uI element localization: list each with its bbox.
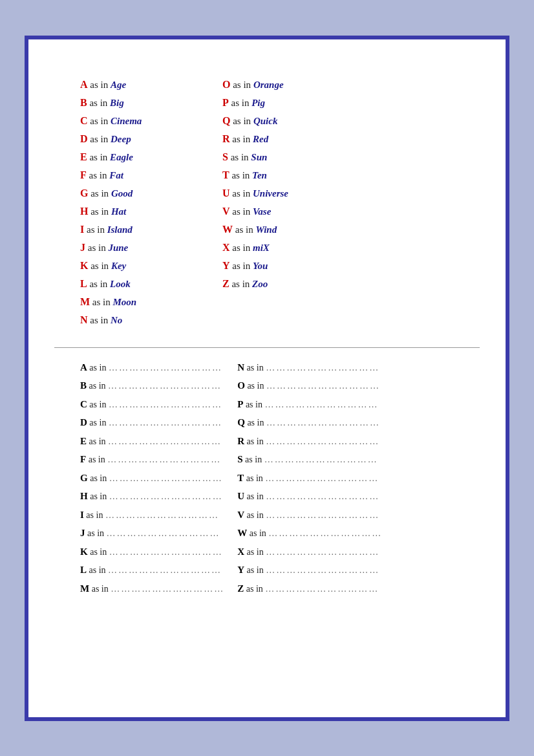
fill-item: P as in ……………………………	[237, 396, 382, 413]
fill-section: A as in ……………………………B as in ……………………………C …	[80, 360, 480, 598]
fill-item: V as in ……………………………	[237, 507, 382, 524]
alpha-item: W as in Wind	[222, 222, 352, 237]
alpha-item: U as in Universe	[222, 186, 352, 201]
alpha-item: P as in Pig	[222, 95, 352, 111]
fill-item: Y as in ……………………………	[237, 562, 382, 579]
alpha-item: E as in Eagle	[80, 149, 209, 165]
fill-item: J as in ……………………………	[80, 525, 224, 542]
alpha-item: S as in Sun	[222, 149, 352, 165]
alpha-item: L as in Look	[80, 276, 209, 292]
alpha-item: F as in Fat	[80, 167, 209, 183]
alpha-item: C as in Cinema	[80, 113, 209, 129]
fill-left-column: A as in ……………………………B as in ……………………………C …	[80, 360, 224, 598]
alpha-item: B as in Big	[80, 95, 209, 111]
alpha-item: T as in Ten	[222, 167, 352, 183]
alphabet-right-column: O as in OrangeP as in PigQ as in QuickR …	[222, 77, 352, 328]
alpha-item: K as in Key	[80, 258, 209, 274]
alpha-item: H as in Hat	[80, 204, 209, 219]
alpha-item: R as in Red	[222, 131, 352, 147]
alpha-item: X as in miX	[222, 240, 352, 255]
fill-item: T as in ……………………………	[237, 470, 382, 487]
alpha-item: O as in Orange	[222, 77, 352, 92]
fill-right-column: N as in ……………………………O as in ……………………………P …	[237, 360, 382, 598]
alpha-item: Y as in You	[222, 258, 352, 274]
alpha-item: G as in Good	[80, 186, 209, 201]
fill-item: C as in ……………………………	[80, 396, 224, 413]
alpha-item: M as in Moon	[80, 294, 209, 310]
fill-item: A as in ……………………………	[80, 360, 224, 376]
fill-item: Q as in ……………………………	[237, 415, 382, 431]
fill-item: X as in ……………………………	[237, 544, 382, 561]
fill-item: R as in ……………………………	[237, 433, 382, 450]
alpha-item: Q as in Quick	[222, 113, 352, 129]
page: A as in AgeB as in BigC as in CinemaD as…	[25, 36, 509, 721]
fill-item: G as in ……………………………	[80, 470, 224, 487]
fill-item: O as in ……………………………	[237, 378, 382, 394]
fill-item: Z as in ……………………………	[237, 581, 382, 598]
alphabet-left-column: A as in AgeB as in BigC as in CinemaD as…	[80, 77, 209, 328]
fill-item: L as in ……………………………	[80, 562, 224, 579]
alpha-item: V as in Vase	[222, 204, 352, 219]
fill-item: B as in ……………………………	[80, 378, 224, 394]
section-divider	[54, 347, 480, 348]
fill-item: H as in ……………………………	[80, 488, 224, 505]
fill-item: M as in ……………………………	[80, 581, 224, 598]
alpha-item: N as in No	[80, 312, 209, 328]
alpha-item: D as in Deep	[80, 131, 209, 147]
alpha-item: I as in Island	[80, 222, 209, 237]
fill-item: I as in ……………………………	[80, 507, 224, 524]
alphabet-section: A as in AgeB as in BigC as in CinemaD as…	[80, 77, 480, 328]
fill-item: U as in ……………………………	[237, 488, 382, 505]
fill-item: W as in ……………………………	[237, 525, 382, 542]
fill-item: E as in ……………………………	[80, 433, 224, 450]
alpha-item: Z as in Zoo	[222, 276, 352, 292]
alpha-item: A as in Age	[80, 77, 209, 92]
fill-item: D as in ……………………………	[80, 415, 224, 431]
fill-item: F as in ……………………………	[80, 451, 224, 468]
fill-item: N as in ……………………………	[237, 360, 382, 376]
fill-item: S as in ……………………………	[237, 451, 382, 468]
alpha-item: J as in June	[80, 240, 209, 255]
fill-item: K as in ……………………………	[80, 544, 224, 561]
